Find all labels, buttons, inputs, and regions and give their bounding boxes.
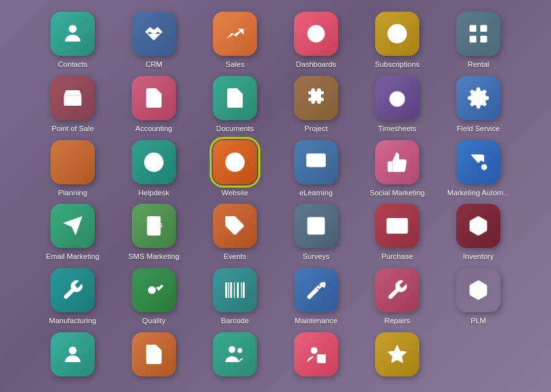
- app-icon-elearning: [294, 140, 338, 184]
- app-icon-subscriptions: [375, 12, 419, 56]
- svg-text:SMS: SMS: [150, 222, 163, 228]
- app-label-manufacturing: Manufacturing: [49, 317, 97, 326]
- app-item-app34[interactable]: [276, 332, 357, 381]
- app-item-events[interactable]: Events: [195, 204, 276, 262]
- app-item-crm[interactable]: CRM: [114, 12, 195, 69]
- app-label-accounting: Accounting: [136, 125, 173, 134]
- app-icon-point-of-sale: [51, 76, 95, 120]
- app-icon-app34: [294, 332, 338, 376]
- app-icon-app33: [213, 332, 257, 376]
- app-item-inventory[interactable]: Inventory: [438, 204, 519, 262]
- app-item-marketing-autom[interactable]: Marketing Autom...: [438, 140, 519, 198]
- app-item-dashboards[interactable]: Dashboards: [276, 12, 357, 69]
- svg-rect-8: [480, 25, 487, 32]
- app-item-point-of-sale[interactable]: Point of Sale: [32, 76, 114, 134]
- app-label-plm: PLM: [471, 317, 486, 326]
- app-label-purchase: Purchase: [382, 252, 413, 262]
- app-item-documents[interactable]: Documents: [195, 76, 276, 134]
- app-grid: ContactsCRMSalesDashboardsSubscriptionsR…: [0, 0, 551, 392]
- svg-rect-50: [241, 282, 242, 298]
- app-item-barcode[interactable]: Barcode: [195, 268, 276, 326]
- app-item-email-marketing[interactable]: Email Marketing: [32, 204, 114, 262]
- svg-marker-62: [387, 345, 407, 363]
- app-item-planning[interactable]: Planning: [32, 140, 114, 198]
- app-label-helpdesk: Helpdesk: [138, 189, 169, 198]
- app-label-maintenance: Maintenance: [295, 317, 337, 326]
- svg-rect-48: [234, 282, 236, 298]
- app-icon-email-marketing: [51, 204, 95, 248]
- app-icon-accounting: [132, 76, 176, 120]
- app-item-website[interactable]: Website: [195, 140, 276, 198]
- app-label-surveys: Surveys: [302, 252, 330, 262]
- app-label-rental: Rental: [467, 60, 489, 69]
- app-item-manufacturing[interactable]: Manufacturing: [32, 268, 114, 326]
- app-label-quality: Quality: [142, 317, 165, 326]
- app-label-point-of-sale: Point of Sale: [51, 125, 93, 134]
- app-label-project: Project: [304, 125, 328, 134]
- app-item-timesheets[interactable]: Timesheets: [357, 76, 438, 134]
- svg-rect-12: [70, 99, 76, 106]
- app-icon-marketing-autom: [456, 140, 500, 184]
- app-icon-rental: [456, 12, 500, 56]
- app-icon-field-service: [456, 76, 500, 120]
- app-item-app32[interactable]: [114, 332, 195, 381]
- app-item-purchase[interactable]: Purchase: [357, 204, 438, 262]
- app-item-accounting[interactable]: Accounting: [114, 76, 195, 134]
- app-label-sms-marketing: SMS Marketing: [129, 252, 180, 262]
- app-label-repairs: Repairs: [384, 317, 410, 326]
- svg-point-56: [238, 348, 243, 353]
- app-item-field-service[interactable]: Field Service: [438, 76, 519, 134]
- app-icon-app31: [51, 332, 95, 376]
- app-label-events: Events: [223, 252, 246, 262]
- app-item-project[interactable]: Project: [276, 76, 357, 134]
- app-item-social-marketing[interactable]: Social Marketing: [357, 140, 438, 198]
- app-item-plm[interactable]: PLM: [438, 268, 519, 326]
- app-item-repairs[interactable]: Repairs: [357, 268, 438, 326]
- app-item-app33[interactable]: [195, 332, 276, 381]
- app-label-barcode: Barcode: [221, 317, 249, 326]
- app-label-documents: Documents: [216, 125, 254, 134]
- app-icon-quality: [132, 268, 176, 312]
- app-item-helpdesk[interactable]: Helpdesk: [114, 140, 195, 198]
- app-label-contacts: Contacts: [58, 60, 87, 69]
- svg-rect-28: [306, 153, 326, 167]
- app-icon-planning: [51, 140, 95, 184]
- svg-point-13: [152, 98, 156, 102]
- app-item-elearning[interactable]: eLearning: [276, 140, 357, 198]
- svg-point-2: [312, 31, 315, 34]
- app-item-surveys[interactable]: Surveys: [276, 204, 357, 262]
- svg-point-4: [319, 34, 322, 38]
- app-item-app31[interactable]: [32, 332, 114, 381]
- app-item-contacts[interactable]: Contacts: [32, 12, 114, 69]
- svg-point-53: [69, 347, 77, 354]
- svg-point-55: [228, 346, 236, 353]
- app-label-website: Website: [221, 189, 248, 198]
- app-item-sales[interactable]: Sales: [195, 12, 276, 69]
- app-icon-sms-marketing: SMS: [132, 204, 176, 248]
- svg-rect-45: [225, 282, 227, 298]
- app-icon-timesheets: [375, 76, 419, 120]
- app-icon-app35: [375, 332, 419, 376]
- svg-point-21: [150, 158, 158, 166]
- app-icon-contacts: [51, 12, 95, 56]
- app-item-quality[interactable]: Quality: [114, 268, 195, 326]
- app-label-planning: Planning: [58, 189, 88, 198]
- svg-rect-7: [470, 25, 477, 32]
- app-label-timesheets: Timesheets: [378, 125, 416, 134]
- svg-rect-58: [317, 354, 326, 363]
- app-icon-inventory: [456, 204, 500, 248]
- svg-rect-51: [243, 282, 245, 298]
- app-label-elearning: eLearning: [299, 189, 332, 198]
- app-item-rental[interactable]: Rental: [438, 12, 519, 69]
- svg-marker-33: [63, 216, 82, 236]
- app-item-app35[interactable]: [357, 332, 438, 381]
- app-icon-maintenance: [294, 268, 338, 312]
- app-label-email-marketing: Email Marketing: [46, 252, 99, 262]
- svg-rect-49: [237, 282, 239, 298]
- app-item-subscriptions[interactable]: Subscriptions: [357, 12, 438, 69]
- app-item-maintenance[interactable]: Maintenance: [276, 268, 357, 326]
- app-item-sms-marketing[interactable]: SMSSMS Marketing: [114, 204, 195, 262]
- svg-point-0: [69, 25, 77, 33]
- app-label-subscriptions: Subscriptions: [374, 60, 419, 69]
- app-icon-events: [213, 204, 257, 248]
